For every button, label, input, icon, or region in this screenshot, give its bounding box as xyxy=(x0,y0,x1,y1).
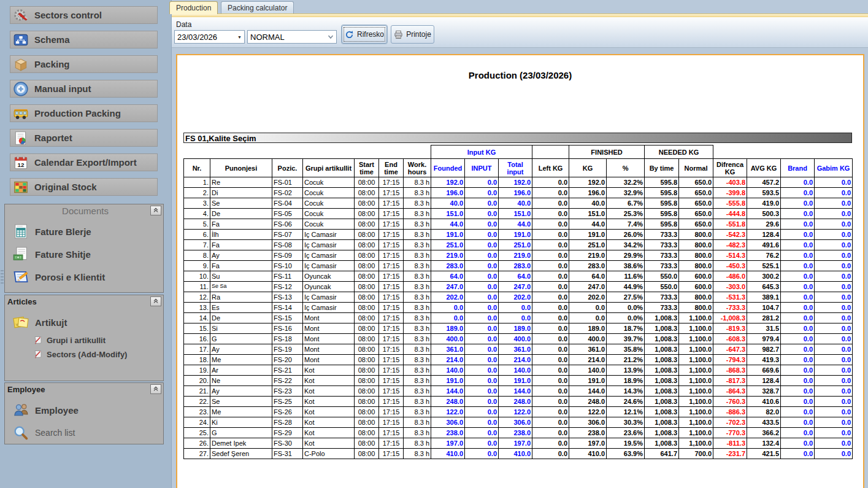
cell-normal: 1,100.0 xyxy=(679,365,713,376)
color-grid-icon xyxy=(13,179,29,195)
column-header-left_kg: Left KG xyxy=(532,159,569,177)
cell-total_input: 410.0 xyxy=(499,449,532,459)
cell-brand: 0.0 xyxy=(781,365,815,376)
cell-kg: 214.0 xyxy=(569,355,607,365)
cell-difrenca_kg: -450.3 xyxy=(713,261,747,271)
sidebar-button-production-packing[interactable]: Production Packing xyxy=(10,104,158,122)
cell-punonjesi: De xyxy=(210,313,272,323)
table-row: 12.RaFS-13Iç Camasir08:0017:158.3 h202.0… xyxy=(184,292,853,303)
cell-avg_kg: 29.6 xyxy=(747,219,781,230)
sidebar-button-raportet[interactable]: Raportet xyxy=(10,129,158,147)
dropdown-arrow-icon[interactable]: ▼ xyxy=(237,35,242,39)
cell-grupi_artikullit: Iç Camasir xyxy=(303,230,355,240)
column-header-nr: Nr. xyxy=(184,159,210,177)
cell-difrenca_kg: -1,008.3 xyxy=(713,313,747,323)
cell-end_time: 17:15 xyxy=(379,365,404,376)
table-row: 13.EsFS-14Iç Camasir08:0017:158.3 h0.00.… xyxy=(184,303,853,313)
cell-kg: 400.0 xyxy=(569,334,607,344)
cell-punonjesi: Si xyxy=(210,323,272,334)
cell-normal: 650.0 xyxy=(679,188,713,198)
sidebar-item-fature-blerje[interactable]: Fature Blerje xyxy=(12,223,163,240)
cell-founded: 40.0 xyxy=(431,198,465,209)
sidebar-item-label: Fature Shitje xyxy=(35,249,91,260)
tab-production[interactable]: Production xyxy=(169,1,218,14)
cell-by_time: 595.8 xyxy=(645,209,679,219)
cell-input: 0.0 xyxy=(465,334,499,344)
sidebar-button-label: Sectors control xyxy=(34,10,102,20)
print-button[interactable]: Printoje xyxy=(391,25,434,44)
collapse-section-button[interactable] xyxy=(150,206,161,215)
mode-select[interactable]: NORMAL xyxy=(247,30,337,44)
sidebar-button-schema[interactable]: Schema xyxy=(10,31,158,48)
cell-left_kg: 0.0 xyxy=(532,428,569,438)
cell-grupi_artikullit: Kot xyxy=(303,386,355,397)
cell-by_time: 595.8 xyxy=(645,198,679,209)
sidebar-section-articles: ArticlesVEZEArtikujtGrupi i artikullitSe… xyxy=(4,295,164,381)
cell-work_hours: 8.3 h xyxy=(404,386,431,397)
chevron-down-icon[interactable] xyxy=(327,33,334,41)
sidebar-item-label: Employee xyxy=(35,405,79,416)
people-icon xyxy=(12,401,29,419)
sidebar-item-grupi-i-artikullit[interactable]: Grupi i artikullit xyxy=(33,335,163,345)
cell-input: 0.0 xyxy=(465,209,499,219)
cell-brand: 0.0 xyxy=(781,250,815,261)
cell-brand: 0.0 xyxy=(781,407,815,417)
cell-by_time: 550.0 xyxy=(645,271,679,282)
cell-left_kg: 0.0 xyxy=(532,313,569,323)
sticky-notes-icon: VEZE xyxy=(12,314,29,331)
cell-work_hours: 8.3 h xyxy=(404,313,431,323)
splitter-grip[interactable] xyxy=(1,270,4,285)
cell-avg_kg: 525.1 xyxy=(747,261,781,271)
cell-punonjesi: Ar xyxy=(210,365,272,376)
cell-nr: 25. xyxy=(184,428,210,438)
sidebar-item-fature-shitje[interactable]: Fature Shitje xyxy=(12,246,163,263)
group-header-spacer xyxy=(713,145,853,159)
collapse-section-button[interactable] xyxy=(150,384,161,394)
cell-kg: 247.0 xyxy=(569,282,607,292)
cell-end_time: 17:15 xyxy=(379,198,404,209)
cell-avg_kg: 645.3 xyxy=(747,282,781,292)
cell-avg_kg: 132.4 xyxy=(747,438,781,449)
cell-total_input: 238.0 xyxy=(499,428,532,438)
cell-grupi_artikullit: Cocuk xyxy=(303,209,355,219)
cell-normal: 800.0 xyxy=(679,292,713,303)
cell-kg: 64.0 xyxy=(569,271,607,282)
sidebar-button-sectors-control[interactable]: Sectors control xyxy=(10,6,158,24)
sidebar: Sectors controlSchemaPackingManual input… xyxy=(0,0,172,488)
table-row: 22.SeFS-25Kot08:0017:158.3 h248.00.0248.… xyxy=(184,397,853,407)
sidebar-item-search-list[interactable]: Search list xyxy=(12,424,163,441)
cell-founded: 0.0 xyxy=(431,303,465,313)
sidebar-item-employee[interactable]: Employee xyxy=(12,401,163,419)
cell-by_time: 1,008.3 xyxy=(645,365,679,376)
cell-end_time: 17:15 xyxy=(379,188,404,198)
cell-gabim_kg: 0.0 xyxy=(815,271,853,282)
cell-by_time: 733.3 xyxy=(645,230,679,240)
cell-by_time: 641.7 xyxy=(645,449,679,459)
cell-start_time: 08:00 xyxy=(355,344,379,355)
refresh-button[interactable]: Rifresko xyxy=(342,25,387,44)
sidebar-item-artikujt[interactable]: VEZEArtikujt xyxy=(12,314,163,331)
cell-gabim_kg: 0.0 xyxy=(815,303,853,313)
cell-normal: 800.0 xyxy=(679,250,713,261)
invoice-table-icon xyxy=(12,223,29,240)
cell-left_kg: 0.0 xyxy=(532,365,569,376)
collapse-section-button[interactable] xyxy=(150,296,161,306)
cell-punonjesi: Ne xyxy=(210,376,272,386)
cell-pct: 32.2% xyxy=(607,177,645,188)
sidebar-button-manual-input[interactable]: Manual input xyxy=(10,80,158,98)
sidebar-button-calendar-export-import[interactable]: 12Calendar Export/Import xyxy=(10,153,158,171)
sidebar-item-sectors-add-modify[interactable]: Sectors (Add-Modify) xyxy=(33,349,163,359)
cell-founded: 191.0 xyxy=(431,376,465,386)
tab-packing-calculator[interactable]: Packing calculator xyxy=(221,1,294,14)
sidebar-button-packing[interactable]: Packing xyxy=(10,55,158,73)
group-header-finished: FINISHED xyxy=(569,145,645,159)
cell-normal: 650.0 xyxy=(679,177,713,188)
cell-difrenca_kg: -551.8 xyxy=(713,219,747,230)
cell-founded: 238.0 xyxy=(431,428,465,438)
cell-total_input: 192.0 xyxy=(499,177,532,188)
cell-kg: 248.0 xyxy=(569,397,607,407)
cell-avg_kg: 979.4 xyxy=(747,334,781,344)
sidebar-item-porosi-e-klientit[interactable]: Porosi e Klientit xyxy=(12,268,163,285)
date-picker[interactable]: 23/03/2026 ▼ xyxy=(174,30,245,44)
sidebar-button-original-stock[interactable]: Original Stock xyxy=(10,178,158,196)
